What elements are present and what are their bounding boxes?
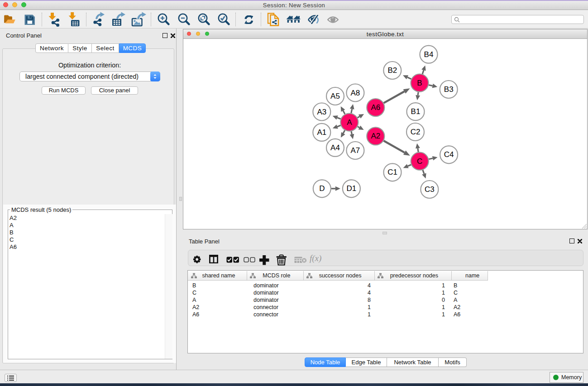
svg-text:A2: A2 <box>371 132 380 140</box>
svg-text:A8: A8 <box>351 89 360 97</box>
svg-text:A: A <box>347 118 352 127</box>
svg-text:A1: A1 <box>317 128 326 137</box>
svg-text:C: C <box>417 157 422 166</box>
svg-text:A6: A6 <box>371 103 380 112</box>
svg-text:A7: A7 <box>351 146 360 155</box>
svg-text:C2: C2 <box>411 128 421 136</box>
svg-text:B: B <box>417 79 422 87</box>
svg-text:A3: A3 <box>317 108 326 116</box>
svg-text:D1: D1 <box>347 184 357 193</box>
svg-text:C3: C3 <box>425 185 435 194</box>
svg-text:D: D <box>319 184 325 193</box>
svg-text:B4: B4 <box>424 50 434 59</box>
svg-text:B1: B1 <box>411 107 421 116</box>
svg-text:C1: C1 <box>387 168 397 176</box>
svg-text:A4: A4 <box>330 143 340 152</box>
svg-text:C4: C4 <box>444 150 454 159</box>
svg-text:B2: B2 <box>387 66 397 75</box>
svg-text:B3: B3 <box>444 85 454 94</box>
svg-text:A5: A5 <box>330 92 340 100</box>
